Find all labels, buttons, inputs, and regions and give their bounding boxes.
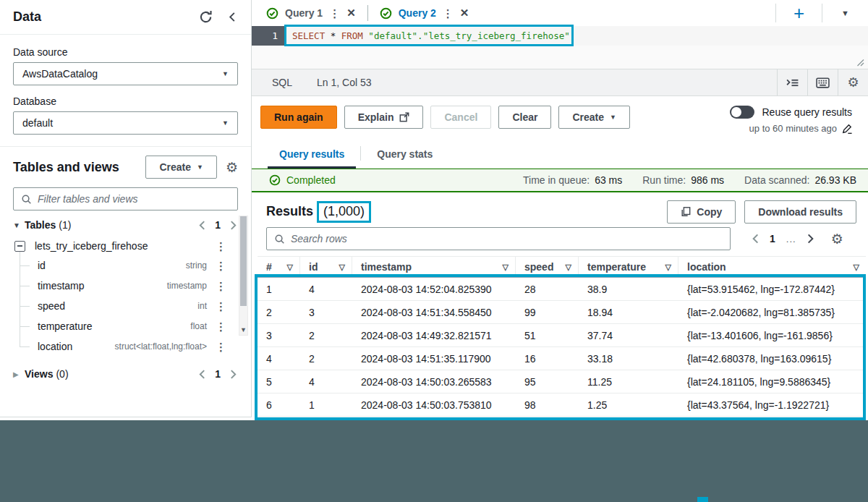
column-filter-icon[interactable]: ▽	[333, 263, 345, 272]
chevron-left-icon[interactable]	[199, 370, 205, 379]
check-circle-icon	[266, 7, 278, 20]
data-source-select[interactable]: AwsDataCatalog ▼	[13, 62, 238, 85]
query-tabbar: Query 1 ⋮ ✕ Query 2 ⋮ ✕ + ▼	[252, 0, 868, 26]
column-header[interactable]: timestamp ▽	[352, 257, 516, 277]
annotation-mark	[697, 497, 708, 502]
column-filter-icon[interactable]: ▽	[560, 263, 571, 272]
column-filter-icon[interactable]: ▽	[497, 263, 509, 272]
status-metrics: Time in queue:63 ms Run time:986 ms Data…	[523, 174, 856, 186]
sidebar-scrollbar[interactable]: ▼	[239, 216, 248, 336]
table-row[interactable]: 4 2 2024-08-03 14:51:35.117900 16 33.18 …	[258, 347, 866, 370]
cell-temperature: 1.25	[579, 393, 678, 416]
cell-row-number: 5	[258, 370, 300, 393]
gear-icon[interactable]: ⚙	[831, 232, 843, 246]
column-name: temperature	[38, 320, 92, 332]
run-again-button[interactable]: Run again	[260, 106, 337, 129]
database-select[interactable]: default ▼	[13, 111, 238, 135]
column-filter-icon[interactable]: ▽	[660, 263, 671, 272]
kebab-menu-icon[interactable]: ⋮	[329, 8, 340, 19]
table-column-row[interactable]: speed int ⋮	[0, 296, 251, 316]
edit-pencil-icon[interactable]	[842, 124, 852, 134]
tab-label: Query 1	[285, 7, 323, 19]
explain-button[interactable]: Explain	[344, 106, 424, 129]
column-header[interactable]: temperature ▽	[579, 257, 678, 277]
close-icon[interactable]: ✕	[346, 7, 356, 20]
collapse-minus-icon[interactable]	[14, 241, 25, 252]
filter-tables-input[interactable]	[38, 193, 230, 205]
filter-input-box	[13, 187, 238, 210]
refresh-icon[interactable]	[199, 10, 213, 24]
tables-views-title: Tables and views	[13, 160, 145, 175]
kebab-menu-icon[interactable]: ⋮	[216, 321, 226, 332]
table-column-row[interactable]: id string ⋮	[0, 255, 251, 276]
sql-keyword: SELECT	[292, 30, 325, 41]
gear-icon[interactable]: ⚙	[226, 161, 238, 174]
views-count: (0)	[56, 368, 68, 380]
run-again-label: Run again	[274, 111, 323, 123]
search-icon	[21, 194, 32, 205]
table-column-row[interactable]: location struct<lat:float,lng:float> ⋮	[0, 336, 251, 357]
query-status-bar: Completed Time in queue:63 ms Run time:9…	[252, 169, 868, 192]
cancel-button[interactable]: Cancel	[430, 106, 491, 129]
format-query-icon[interactable]	[777, 69, 807, 95]
column-header[interactable]: location ▽	[678, 257, 866, 277]
close-icon[interactable]: ✕	[460, 7, 469, 20]
download-results-button[interactable]: Download results	[744, 200, 856, 224]
tab-query-1[interactable]: Query 1 ⋮ ✕	[262, 7, 360, 20]
column-filter-icon[interactable]: ▽	[281, 263, 293, 272]
table-row[interactable]: 3 2 2024-08-03 14:49:32.821571 51 37.74 …	[258, 324, 866, 347]
reuse-query-results: Reuse query results up to 60 minutes ago	[730, 106, 856, 134]
table-column-row[interactable]: timestamp timestamp ⋮	[0, 276, 251, 296]
create-query-button[interactable]: Create ▼	[558, 106, 630, 129]
chevron-right-icon[interactable]	[230, 370, 237, 379]
clear-button[interactable]: Clear	[498, 106, 551, 129]
column-header[interactable]: speed ▽	[516, 257, 579, 277]
kebab-menu-icon[interactable]: ⋮	[216, 260, 226, 271]
sql-editor[interactable]: 1 SELECT * FROM "default"."lets_try_iceb…	[252, 26, 868, 69]
table-tree-item[interactable]: lets_try_iceberg_firehose ⋮	[0, 237, 251, 255]
chevron-right-icon[interactable]	[807, 234, 814, 244]
create-button[interactable]: Create ▼	[145, 156, 217, 179]
editor-mode: SQL	[272, 77, 292, 88]
chevron-right-icon[interactable]	[230, 221, 237, 230]
table-row[interactable]: 1 4 2024-08-03 14:52:04.825390 28 38.9 {…	[258, 278, 866, 301]
column-type: struct<lat:float,lng:float>	[115, 341, 216, 352]
tab-query-2[interactable]: Query 2 ⋮ ✕	[375, 7, 474, 20]
kebab-menu-icon[interactable]: ⋮	[443, 8, 454, 19]
search-rows-input[interactable]	[291, 233, 723, 244]
tables-page-number: 1	[215, 219, 221, 231]
sidebar-header: Data	[0, 0, 251, 35]
search-rows-box	[266, 227, 731, 250]
cell-location: {lat=42.680378, lng=163.09615}	[678, 347, 866, 370]
caret-collapsed-icon[interactable]: ▶	[13, 370, 25, 378]
chevron-left-icon[interactable]	[752, 234, 759, 244]
chevron-left-icon[interactable]	[199, 221, 205, 230]
scrollbar-down-arrow-icon[interactable]: ▼	[239, 326, 247, 333]
kebab-menu-icon[interactable]: ⋮	[216, 341, 226, 352]
kebab-menu-icon[interactable]: ⋮	[216, 281, 226, 292]
column-filter-icon[interactable]: ▽	[848, 263, 859, 272]
table-row[interactable]: 5 4 2024-08-03 14:50:03.265583 95 11.25 …	[258, 370, 866, 393]
copy-button[interactable]: Copy	[667, 200, 736, 224]
new-query-tab-button[interactable]: +	[776, 4, 822, 22]
table-columns: id string ⋮ timestamp timestamp ⋮ speed …	[0, 255, 251, 357]
collapse-panel-icon[interactable]	[227, 12, 238, 22]
tab-query-results[interactable]: Query results	[268, 142, 356, 168]
table-row[interactable]: 6 1 2024-08-03 14:50:03.753810 98 1.25 {…	[258, 393, 866, 417]
keyboard-shortcuts-icon[interactable]	[807, 69, 838, 95]
kebab-menu-icon[interactable]: ⋮	[216, 241, 226, 252]
tab-list-caret-icon[interactable]: ▼	[822, 9, 868, 17]
scrollbar-thumb[interactable]	[240, 216, 247, 306]
column-header[interactable]: id ▽	[300, 257, 352, 277]
table-row[interactable]: 2 3 2024-08-03 14:51:34.558450 99 18.94 …	[258, 301, 866, 324]
reuse-toggle[interactable]	[730, 106, 754, 119]
tab-query-stats[interactable]: Query stats	[365, 142, 444, 168]
kebab-menu-icon[interactable]: ⋮	[216, 301, 226, 312]
editor-resize-handle[interactable]	[856, 58, 864, 67]
caret-expanded-icon[interactable]: ▼	[13, 221, 25, 229]
tables-tree: lets_try_iceberg_firehose ⋮ id string ⋮ …	[0, 237, 251, 357]
table-column-row[interactable]: temperature float ⋮	[0, 316, 251, 336]
gear-icon[interactable]: ⚙	[838, 69, 868, 95]
column-header[interactable]: # ▽	[258, 257, 300, 277]
metric-value: 26.93 KB	[814, 174, 856, 186]
